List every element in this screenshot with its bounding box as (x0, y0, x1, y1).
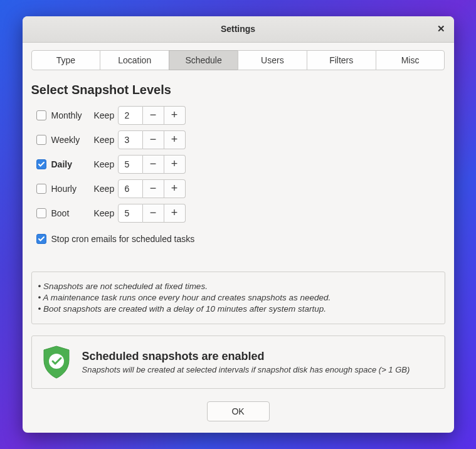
label-boot: Boot (51, 208, 70, 218)
tab-type[interactable]: Type (31, 50, 101, 70)
content-area: Type Location Schedule Users Filters Mis… (23, 43, 454, 433)
status-text: Scheduled snapshots are enabled Snapshot… (82, 350, 410, 374)
spinner-weekly: 3 − + (118, 130, 186, 149)
info-line-2: • A maintenance task runs once every hou… (38, 292, 438, 304)
tab-filters[interactable]: Filters (307, 50, 376, 70)
level-hourly-row: Hourly Keep 6 − + (36, 179, 445, 198)
level-boot-row: Boot Keep 5 − + (36, 204, 445, 223)
keep-label-weekly: Keep (94, 135, 118, 145)
tab-schedule[interactable]: Schedule (169, 50, 238, 70)
checkbox-monthly[interactable] (36, 110, 46, 120)
checkbox-boot[interactable] (36, 208, 46, 218)
footer: OK (31, 401, 445, 421)
status-title: Scheduled snapshots are enabled (82, 350, 410, 363)
spinner-weekly-minus[interactable]: − (143, 130, 164, 149)
label-monthly: Monthly (51, 110, 82, 120)
spinner-weekly-value[interactable]: 3 (118, 130, 143, 149)
page-heading: Select Snapshot Levels (31, 83, 445, 97)
tab-bar: Type Location Schedule Users Filters Mis… (31, 50, 445, 70)
label-daily: Daily (51, 159, 72, 169)
spinner-daily-value[interactable]: 5 (118, 155, 143, 174)
keep-label-hourly: Keep (94, 184, 118, 194)
label-cron: Stop cron emails for scheduled tasks (51, 234, 195, 244)
info-box: • Snapshots are not scheduled at fixed t… (31, 272, 445, 325)
tab-location[interactable]: Location (100, 50, 169, 70)
spinner-daily-plus[interactable]: + (164, 155, 186, 174)
snapshot-levels: Monthly Keep 2 − + Weekly Keep (36, 106, 445, 223)
spinner-monthly-value[interactable]: 2 (118, 106, 143, 125)
keep-label-boot: Keep (94, 208, 118, 218)
spinner-boot: 5 − + (118, 204, 186, 223)
cron-row: Stop cron emails for scheduled tasks (36, 234, 445, 244)
titlebar: Settings ✕ (23, 16, 454, 43)
status-subtitle: Snapshots will be created at selected in… (82, 365, 410, 374)
spinner-hourly: 6 − + (118, 179, 186, 198)
spinner-hourly-minus[interactable]: − (143, 179, 164, 198)
spinner-weekly-plus[interactable]: + (164, 130, 186, 149)
level-monthly-row: Monthly Keep 2 − + (36, 106, 445, 125)
label-weekly: Weekly (51, 135, 80, 145)
spinner-monthly: 2 − + (118, 106, 186, 125)
checkbox-hourly[interactable] (36, 184, 46, 194)
spinner-daily: 5 − + (118, 155, 186, 174)
keep-label-monthly: Keep (94, 110, 118, 120)
info-line-1: • Snapshots are not scheduled at fixed t… (38, 281, 438, 292)
spinner-hourly-plus[interactable]: + (164, 179, 186, 198)
info-line-3: • Boot snapshots are created with a dela… (38, 304, 438, 315)
checkbox-weekly[interactable] (36, 135, 46, 145)
keep-label-daily: Keep (94, 159, 118, 169)
spinner-boot-value[interactable]: 5 (118, 204, 143, 223)
close-icon[interactable]: ✕ (435, 23, 448, 35)
checkbox-cron[interactable] (36, 234, 46, 244)
ok-button[interactable]: OK (207, 401, 270, 421)
spinner-boot-plus[interactable]: + (164, 204, 186, 223)
shield-check-icon (41, 345, 72, 379)
spinner-monthly-plus[interactable]: + (164, 106, 186, 125)
tab-misc[interactable]: Misc (376, 50, 445, 70)
spinner-boot-minus[interactable]: − (143, 204, 164, 223)
spinner-monthly-minus[interactable]: − (143, 106, 164, 125)
status-box: Scheduled snapshots are enabled Snapshot… (31, 335, 445, 389)
spinner-daily-minus[interactable]: − (143, 155, 164, 174)
level-daily-row: Daily Keep 5 − + (36, 155, 445, 174)
tab-users[interactable]: Users (238, 50, 307, 70)
checkbox-daily[interactable] (36, 159, 46, 169)
window-title: Settings (221, 24, 255, 34)
settings-window: Settings ✕ Type Location Schedule Users … (23, 16, 454, 433)
label-hourly: Hourly (51, 184, 77, 194)
level-weekly-row: Weekly Keep 3 − + (36, 130, 445, 149)
spinner-hourly-value[interactable]: 6 (118, 179, 143, 198)
